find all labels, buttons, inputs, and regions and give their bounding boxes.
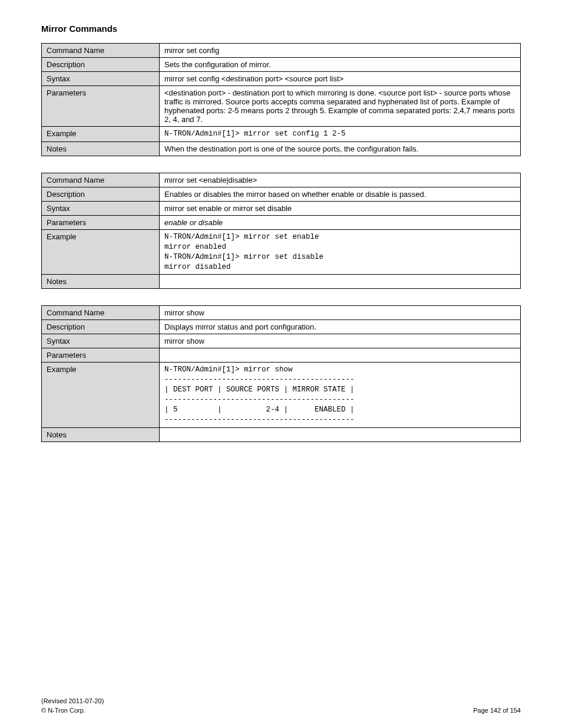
row-value: Displays mirror status and port configur… [160, 320, 521, 334]
row-value: Sets the configuration of mirror. [160, 58, 521, 72]
command-table-2: Command Name mirror set <enable|disable>… [41, 173, 521, 289]
row-label: Notes [42, 275, 160, 289]
row-label: Description [42, 58, 160, 72]
row-value: N-TRON/Admin#[1]> mirror set config 1 2-… [160, 127, 521, 142]
row-label: Parameters [42, 86, 160, 127]
row-label: Command Name [42, 44, 160, 58]
row-value: Enables or disables the mirror based on … [160, 187, 521, 201]
row-label: Command Name [42, 173, 160, 187]
section-heading: Mirror Commands [41, 24, 521, 34]
row-label: Description [42, 320, 160, 334]
row-label: Syntax [42, 334, 160, 348]
row-value: mirror show [160, 306, 521, 320]
row-value: enable or disable [160, 215, 521, 229]
row-label: Example [42, 127, 160, 142]
row-value: mirror set config [160, 44, 521, 58]
row-label: Notes [42, 427, 160, 442]
row-label: Command Name [42, 306, 160, 320]
row-value: mirror set <enable|disable> [160, 173, 521, 187]
row-label: Syntax [42, 72, 160, 86]
row-label: Parameters [42, 348, 160, 363]
command-table-1: Command Name mirror set config Descripti… [41, 43, 521, 156]
row-value: When the destination port is one of the … [160, 141, 521, 156]
row-value: mirror set enable or mirror set disable [160, 201, 521, 215]
row-label: Description [42, 187, 160, 201]
row-value: N-TRON/Admin#[1]> mirror show ----------… [160, 363, 521, 427]
row-label: Syntax [42, 201, 160, 215]
command-table-3: Command Name mirror show Description Dis… [41, 305, 521, 442]
row-label: Example [42, 363, 160, 427]
row-value [160, 275, 521, 289]
row-label: Example [42, 229, 160, 275]
row-value: N-TRON/Admin#[1]> mirror set enable mirr… [160, 229, 521, 275]
row-label: Parameters [42, 215, 160, 229]
row-value: mirror set config <destination port> <so… [160, 72, 521, 86]
row-label: Notes [42, 141, 160, 156]
row-value: mirror show [160, 334, 521, 348]
row-value [160, 348, 521, 363]
row-value [160, 427, 521, 442]
row-value: <destination port> - destination port to… [160, 86, 521, 127]
